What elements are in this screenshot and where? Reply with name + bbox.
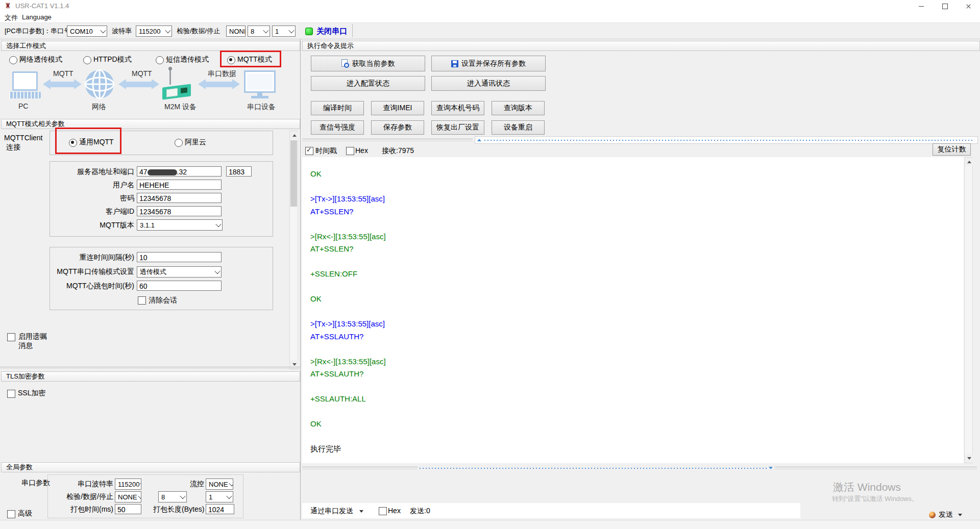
get-params-button[interactable]: 获取当前参数 [311, 56, 425, 71]
send-button[interactable]: 发送 [929, 510, 962, 519]
send-icon [929, 512, 936, 518]
chevron-down-icon [140, 481, 141, 486]
scrollbar-thumb[interactable] [290, 140, 297, 207]
diagram-pc-label: PC [18, 102, 28, 110]
g-stopbits-select[interactable]: 1 [206, 491, 233, 502]
device-restart-button[interactable]: 设备重启 [492, 120, 545, 135]
left-panel-scrollbar[interactable] [289, 131, 298, 369]
log-output[interactable]: OK >[Tx->][13:53:55][asc] AT+SSLEN? >[Rx… [302, 157, 964, 463]
arrow-down-icon [967, 457, 971, 460]
packtime-input[interactable]: 50 [115, 504, 141, 514]
g-flow-label: 流控 [174, 480, 204, 489]
ssl-checkbox[interactable] [7, 390, 15, 398]
clientid-input[interactable]: 12345678 [137, 206, 222, 216]
minimize-button[interactable] [910, 0, 933, 12]
stopbits-select[interactable]: 1 [272, 26, 296, 37]
chevron-down-icon [138, 493, 141, 499]
log-line: >[Rx<-][13:53:55][asc] [310, 357, 964, 370]
mqtt-version-select[interactable]: 3.1.1 [137, 219, 223, 231]
work-mode-radio-net[interactable] [9, 56, 17, 64]
g-stopbits-value: 1 [209, 493, 212, 501]
aliyun-radio[interactable] [175, 139, 183, 147]
splitter [302, 469, 418, 469]
g-baud-select[interactable]: 115200 [115, 478, 141, 490]
app-window: ♜ USR-CAT1 V1.1.4 文件 Language [PC串口参数]：串… [0, 0, 980, 529]
query-signal-button[interactable]: 查信号强度 [311, 120, 364, 135]
parity-select[interactable]: NONI [226, 26, 246, 37]
log-hex-checkbox[interactable] [346, 147, 354, 155]
generic-mqtt-highlight-box [55, 128, 121, 154]
radio-icon [175, 139, 183, 147]
heartbeat-input[interactable]: 60 [137, 281, 222, 291]
advanced-checkbox[interactable] [7, 510, 15, 518]
send-hex-checkbox[interactable] [379, 507, 387, 515]
scroll-down-button[interactable] [965, 454, 973, 463]
splitter [302, 141, 473, 141]
transmode-select[interactable]: 透传模式 [137, 266, 222, 278]
work-mode-radio-httpd[interactable] [83, 56, 91, 64]
menu-language[interactable]: Language [22, 13, 52, 21]
query-version-button[interactable]: 查询版本 [492, 101, 545, 115]
query-number-button[interactable]: 查询本机号码 [431, 101, 484, 115]
log-line-text: 执行完毕 [310, 444, 341, 453]
password-input[interactable]: 12345678 [137, 193, 222, 203]
databits-select[interactable]: 8 [248, 26, 270, 37]
clean-session-checkbox[interactable] [138, 296, 146, 305]
radio-icon [9, 56, 17, 64]
splitter [302, 467, 418, 467]
status-strip [0, 520, 980, 529]
get-params-label: 获取当前参数 [352, 59, 395, 68]
query-imei-button[interactable]: 查询IMEI [371, 101, 424, 115]
baud-select[interactable]: 115200 [136, 26, 172, 37]
close-button[interactable] [957, 0, 980, 12]
enter-comm-button[interactable]: 进入通讯状态 [431, 76, 546, 91]
server-input[interactable]: 47.32 [137, 166, 222, 177]
activate-windows-watermark: 激活 Windows [833, 480, 901, 494]
log-line [310, 257, 964, 270]
g-parity-select[interactable]: NONE [115, 491, 141, 502]
chevron-down-icon [215, 221, 221, 227]
pc-icon [9, 71, 41, 98]
splitter-handle[interactable] [475, 136, 978, 144]
log-scrollbar[interactable] [964, 157, 973, 463]
splitter [302, 139, 473, 139]
serial-group-label: 串口参数 [21, 478, 50, 488]
checkbox-checked-icon [305, 147, 313, 155]
radio-icon [156, 56, 164, 64]
maximize-button[interactable] [933, 0, 957, 12]
will-message-checkbox[interactable] [7, 333, 15, 341]
username-input[interactable]: HEHEHE [137, 180, 222, 190]
factory-reset-button[interactable]: 恢复出厂设置 [431, 120, 484, 135]
send-via-dropdown[interactable]: 通过串口发送 [310, 507, 363, 516]
close-serial-button[interactable]: 关闭串口 [305, 27, 347, 36]
arrow-up-icon [292, 134, 297, 137]
toolbar-separator [352, 24, 353, 37]
com-port-select[interactable]: COM10 [67, 26, 107, 37]
scroll-down-button[interactable] [290, 360, 299, 369]
g-databits-select[interactable]: 8 [158, 491, 187, 502]
parity-label: 检验/数据/停止 [177, 27, 220, 36]
save-params-button[interactable]: 保存参数 [371, 120, 424, 135]
send-input-area[interactable] [302, 503, 800, 518]
compile-time-button[interactable]: 编译时间 [311, 101, 364, 115]
mqtt-version-value: 3.1.1 [140, 221, 155, 229]
server-port-input[interactable]: 1883 [226, 166, 252, 177]
reconnect-input[interactable]: 10 [137, 252, 222, 262]
work-mode-radio-sms[interactable] [156, 56, 164, 64]
window-title: USR-CAT1 V1.1.4 [15, 2, 69, 10]
scroll-up-button[interactable] [965, 158, 973, 166]
sent-count: 发送:0 [410, 507, 430, 516]
timestamp-checkbox[interactable] [305, 147, 313, 155]
scroll-up-button[interactable] [290, 131, 299, 140]
menu-file[interactable]: 文件 [5, 13, 18, 22]
g-flow-select[interactable]: NONE [206, 478, 233, 490]
divider [0, 368, 300, 369]
set-save-params-button[interactable]: 设置并保存所有参数 [431, 56, 546, 71]
global-params-header: 全局参数 [1, 462, 300, 472]
collapse-down-icon[interactable] [769, 467, 773, 469]
packlen-input[interactable]: 1024 [206, 504, 234, 514]
reset-count-button[interactable]: 复位计数 [933, 143, 971, 156]
server-value-prefix: 47 [139, 168, 148, 176]
g-flow-value: NONE [209, 481, 228, 488]
enter-config-button[interactable]: 进入配置状态 [311, 76, 425, 91]
